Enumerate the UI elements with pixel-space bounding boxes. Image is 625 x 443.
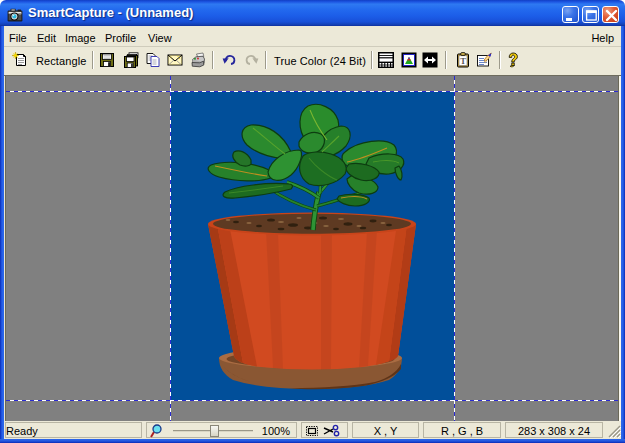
svg-text:T: T [460,56,466,66]
